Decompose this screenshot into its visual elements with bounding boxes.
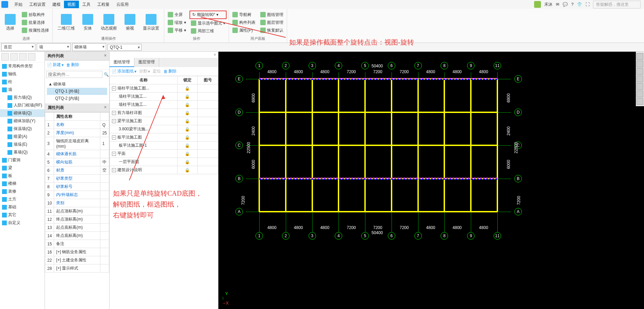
- drawing-row[interactable]: −板平法施工图🔒: [110, 133, 218, 142]
- component-item[interactable]: QTQ-2 [内墙]: [47, 95, 107, 102]
- drawing-row[interactable]: 一层平面图🔒: [110, 158, 218, 166]
- lock-icon[interactable]: 🔒: [185, 160, 190, 164]
- property-row[interactable]: 15备注: [45, 240, 109, 248]
- floor-selector[interactable]: 首层: [1, 43, 35, 51]
- zoom-button[interactable]: 缩放 ▾: [166, 19, 187, 26]
- component-search-input[interactable]: [46, 71, 102, 78]
- drawing-row[interactable]: 墙柱平法施工...🔒: [110, 93, 218, 101]
- search-icon[interactable]: 🔍: [104, 72, 109, 77]
- drawing-row[interactable]: −平面🔒: [110, 150, 218, 158]
- lock-icon[interactable]: 🔒: [185, 94, 190, 99]
- help-icon[interactable]: ?: [571, 2, 574, 7]
- property-row[interactable]: 4砌体通长筋: [45, 150, 109, 158]
- nav-filter-button[interactable]: [19, 53, 27, 61]
- nav-expand-button[interactable]: [10, 53, 18, 61]
- nav-node[interactable]: 基础: [0, 203, 45, 211]
- menu-item-3[interactable]: 视图: [64, 1, 79, 8]
- component-item[interactable]: QTQ-1 [外墙]: [47, 88, 107, 95]
- general-button[interactable]: 动态观察: [98, 13, 120, 33]
- nav-node[interactable]: 人防门框墙(RF): [0, 101, 45, 109]
- right-tool-7[interactable]: [637, 98, 643, 105]
- chat-icon[interactable]: 💬: [563, 2, 568, 7]
- select-small-button[interactable]: 批量选择: [20, 19, 50, 26]
- menu-item-0[interactable]: 开始: [11, 1, 26, 8]
- drawing-row[interactable]: −建筑设计说明🔒: [110, 166, 218, 174]
- tree-toggle-icon[interactable]: −: [112, 168, 116, 172]
- select-small-button[interactable]: 按属性选择: [20, 27, 50, 34]
- nav-node[interactable]: 梁: [0, 164, 45, 172]
- tab-layer-manage[interactable]: 图层管理: [134, 58, 159, 67]
- instance-selector[interactable]: QTQ-1: [108, 44, 142, 51]
- lock-icon[interactable]: 🔒: [185, 135, 190, 140]
- nav-node[interactable]: 墙: [0, 86, 45, 94]
- lock-icon[interactable]: 🔒: [185, 119, 190, 124]
- right-tool-3[interactable]: [637, 68, 643, 75]
- nav-node[interactable]: 柱: [0, 78, 45, 86]
- global-search-input[interactable]: 答疑解惑，搜这里: [593, 1, 641, 9]
- tree-toggle-icon[interactable]: −: [112, 86, 116, 91]
- comp-list-button[interactable]: 构件列表: [231, 19, 257, 26]
- lock-icon[interactable]: 🔒: [185, 86, 190, 91]
- cad-viewport[interactable]: Y ↑ →X 1122334455667788991111EEDDCCBBAA4…: [218, 52, 644, 309]
- component-root[interactable]: ▲ 砌体墙: [47, 81, 107, 88]
- split-button[interactable]: 分割 ▾: [139, 68, 150, 74]
- locate-button[interactable]: 定位: [153, 68, 161, 74]
- general-button[interactable]: 实体: [80, 13, 96, 33]
- property-row[interactable]: 22[+] 土建业务属性: [45, 256, 109, 264]
- right-tool-6[interactable]: [637, 91, 643, 97]
- nav-node[interactable]: 保温墙(Q): [0, 125, 45, 133]
- nav-settings-button[interactable]: [28, 53, 35, 61]
- rotate-90-button[interactable]: ↻顺旋转90° ▾: [189, 11, 227, 19]
- category-selector[interactable]: 墙: [37, 43, 71, 51]
- drawing-row[interactable]: −墙柱平法施工图...🔒: [110, 84, 218, 93]
- close-icon[interactable]: ×: [104, 53, 106, 59]
- right-tool-1[interactable]: [637, 53, 643, 60]
- nav-node[interactable]: 幕墙(Q): [0, 148, 45, 156]
- drawing-row[interactable]: 3.800梁平法施...🔒: [110, 125, 218, 133]
- menu-item-2[interactable]: 建模: [49, 1, 64, 8]
- general-button[interactable]: 二维/三维: [55, 13, 78, 33]
- nav-collapse-button[interactable]: [1, 53, 9, 61]
- right-tool-2[interactable]: [637, 61, 643, 67]
- layer-mgr-button[interactable]: 图层管理: [259, 19, 285, 26]
- fullscreen-button[interactable]: 全屏: [166, 11, 187, 18]
- drawing-mgr-button[interactable]: 图纸管理: [259, 11, 285, 18]
- tree-toggle-icon[interactable]: −: [112, 119, 116, 123]
- tree-toggle-icon[interactable]: −: [112, 135, 116, 140]
- property-row[interactable]: 1名称Q: [45, 121, 109, 129]
- drawing-row[interactable]: −梁平法施工图🔒: [110, 117, 218, 125]
- property-row[interactable]: 9内/外墙标志: [45, 191, 109, 199]
- drawing-row[interactable]: 墙柱平法施工...🔒: [110, 101, 218, 109]
- lock-icon[interactable]: 🔒: [185, 127, 190, 132]
- property-row[interactable]: 7砂浆类型: [45, 175, 109, 183]
- lock-icon[interactable]: 🔒: [185, 102, 190, 107]
- select-small-button[interactable]: 拾取构件: [20, 11, 50, 18]
- expand-icon[interactable]: ⛶: [585, 2, 590, 7]
- nav-node[interactable]: 板: [0, 172, 45, 180]
- show-selected-button[interactable]: 显示选中图元 ▾: [189, 20, 227, 27]
- lock-icon[interactable]: 🔒: [185, 168, 190, 173]
- nav-node[interactable]: 轴线: [0, 70, 45, 78]
- tshirt-icon[interactable]: 👕: [577, 2, 582, 7]
- general-button[interactable]: 显示设置: [140, 13, 162, 33]
- property-row[interactable]: 14终点底标高(m): [45, 232, 109, 240]
- menu-item-1[interactable]: 工程设置: [26, 1, 49, 8]
- nav-node[interactable]: 暗梁(A): [0, 133, 45, 141]
- pan-button[interactable]: 平移 ▾: [166, 27, 187, 34]
- delete-drawing-button[interactable]: 🗑 删除: [164, 68, 177, 74]
- add-drawing-button[interactable]: 📄 添加图纸 ▾: [112, 68, 136, 74]
- restore-default-button[interactable]: 恢复默认: [259, 27, 285, 34]
- property-row[interactable]: 5横向短筋中: [45, 158, 109, 166]
- property-row[interactable]: 2厚度(mm)25: [45, 129, 109, 137]
- tree-toggle-icon[interactable]: −: [112, 111, 116, 115]
- drawing-row[interactable]: −剪力墙柱详图🔒: [110, 109, 218, 117]
- property-row[interactable]: 12终点顶标高(m): [45, 215, 109, 224]
- nav-node[interactable]: 自定义: [0, 219, 45, 227]
- tree-toggle-icon[interactable]: −: [112, 152, 116, 156]
- property-row[interactable]: 8砂浆标号: [45, 183, 109, 191]
- user-avatar[interactable]: [534, 1, 541, 8]
- close-icon[interactable]: ×: [214, 52, 216, 57]
- property-row[interactable]: 13起点底标高(m): [45, 224, 109, 232]
- select-button[interactable]: 选择: [2, 13, 18, 33]
- right-tool-4[interactable]: [637, 76, 643, 82]
